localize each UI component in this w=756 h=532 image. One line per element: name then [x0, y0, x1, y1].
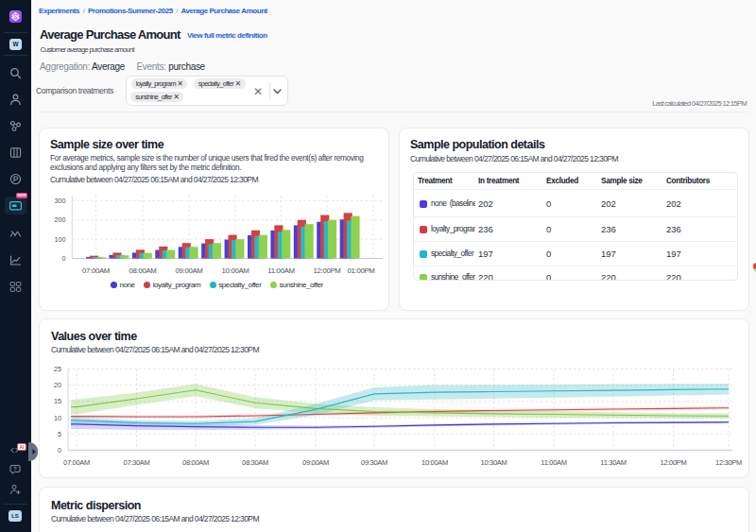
- svg-text:12:00PM: 12:00PM: [661, 458, 687, 467]
- svg-text:?: ?: [13, 466, 17, 472]
- svg-text:08:00AM: 08:00AM: [129, 266, 156, 275]
- svg-text:09:00AM: 09:00AM: [175, 266, 202, 275]
- svg-text:12:00PM: 12:00PM: [313, 266, 340, 275]
- svg-text:20: 20: [54, 381, 61, 389]
- svg-text:11:00AM: 11:00AM: [541, 458, 566, 467]
- svg-text:100: 100: [55, 235, 66, 244]
- svg-text:07:30AM: 07:30AM: [124, 458, 150, 467]
- svg-text:10:00AM: 10:00AM: [221, 266, 249, 275]
- svg-text:09:30AM: 09:30AM: [361, 458, 387, 467]
- svg-text:09:00AM: 09:00AM: [302, 458, 329, 467]
- svg-text:12:30PM: 12:30PM: [715, 458, 742, 467]
- svg-text:11:00AM: 11:00AM: [267, 266, 295, 275]
- svg-text:07:00AM: 07:00AM: [82, 266, 110, 275]
- svg-text:10:00AM: 10:00AM: [421, 458, 448, 467]
- svg-text:10: 10: [54, 414, 61, 422]
- svg-text:25: 25: [54, 365, 61, 373]
- svg-text:10:30AM: 10:30AM: [481, 458, 507, 467]
- svg-text:07:00AM: 07:00AM: [63, 458, 90, 467]
- svg-text:300: 300: [55, 197, 66, 205]
- svg-text:11:30AM: 11:30AM: [600, 458, 626, 467]
- svg-text:15: 15: [54, 397, 61, 405]
- svg-text:5: 5: [58, 430, 61, 438]
- svg-text:0: 0: [62, 254, 66, 263]
- svg-text:08:00AM: 08:00AM: [182, 458, 209, 467]
- svg-text:01:00PM: 01:00PM: [347, 266, 374, 275]
- svg-text:08:30AM: 08:30AM: [242, 458, 268, 467]
- svg-text:0: 0: [58, 446, 61, 455]
- svg-text:200: 200: [55, 215, 66, 224]
